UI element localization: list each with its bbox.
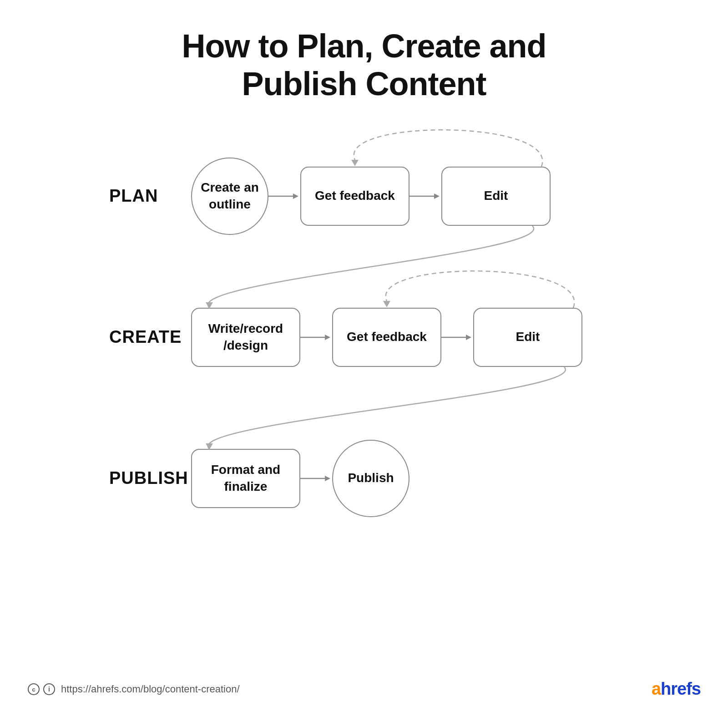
- footer-url: https://ahrefs.com/blog/content-creation…: [61, 683, 240, 695]
- arrow-outline-to-feedback: [268, 189, 300, 203]
- diagram: PLAN Create anoutline Get feedback: [109, 139, 619, 535]
- publish-text: Publish: [348, 470, 394, 486]
- publish-row: PUBLISH Format andfinalize Publish: [109, 422, 619, 535]
- get-feedback-2-text: Get feedback: [347, 329, 427, 345]
- edit-2-node: Edit: [473, 308, 582, 367]
- arrow-feedback2-to-edit2: [441, 331, 473, 344]
- format-finalize-text: Format andfinalize: [211, 462, 280, 495]
- footer: c i https://ahrefs.com/blog/content-crea…: [0, 679, 728, 699]
- write-record-node: Write/record/design: [191, 308, 300, 367]
- info-icon: i: [43, 683, 56, 696]
- svg-marker-7: [434, 193, 440, 199]
- create-row: CREATE Write/record/design Get feedback: [109, 290, 619, 385]
- create-outline-node: Create anoutline: [191, 158, 268, 235]
- svg-marker-5: [293, 193, 298, 199]
- format-finalize-node: Format andfinalize: [191, 449, 300, 508]
- get-feedback-2-node: Get feedback: [332, 308, 441, 367]
- page-title: How to Plan, Create andPublish Content: [109, 27, 619, 103]
- get-feedback-1-text: Get feedback: [315, 188, 395, 204]
- edit-2-text: Edit: [516, 329, 540, 345]
- cc-icon: c: [27, 683, 40, 696]
- plan-label: PLAN: [109, 186, 191, 206]
- create-label: CREATE: [109, 327, 191, 347]
- edit-1-node: Edit: [441, 167, 551, 226]
- arrow-write-to-feedback2: [300, 331, 332, 344]
- page-container: How to Plan, Create andPublish Content P…: [109, 0, 619, 554]
- footer-left: c i https://ahrefs.com/blog/content-crea…: [27, 683, 240, 696]
- ahrefs-logo: ahrefs: [652, 679, 701, 699]
- create-publish-spacer: [109, 385, 619, 422]
- create-outline-text: Create anoutline: [201, 179, 259, 213]
- plan-row: PLAN Create anoutline Get feedback: [109, 139, 619, 253]
- svg-text:i: i: [48, 686, 50, 693]
- svg-marker-13: [325, 476, 330, 481]
- arrow-feedback1-to-edit1: [410, 189, 441, 203]
- publish-label: PUBLISH: [109, 468, 191, 488]
- edit-1-text: Edit: [484, 188, 508, 204]
- get-feedback-1-node: Get feedback: [300, 167, 410, 226]
- logo-hrefs: hrefs: [661, 679, 701, 698]
- footer-icons: c i: [27, 683, 56, 696]
- svg-text:c: c: [32, 686, 35, 693]
- logo-a: a: [652, 679, 661, 698]
- publish-node: Publish: [332, 440, 410, 517]
- svg-marker-11: [466, 335, 471, 340]
- write-record-text: Write/record/design: [208, 320, 283, 354]
- plan-create-spacer: [109, 253, 619, 290]
- svg-marker-9: [325, 335, 330, 340]
- arrow-format-to-publish: [300, 472, 332, 485]
